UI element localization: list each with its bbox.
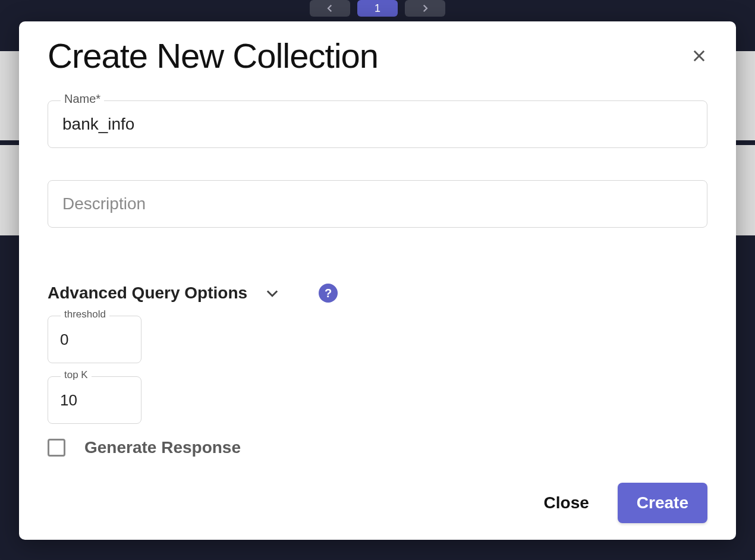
question-mark-icon: ? [325,287,332,300]
help-button[interactable]: ? [319,284,338,303]
name-field-label: Name* [61,92,104,106]
pagination-row: 1 [0,0,755,19]
advanced-options-label: Advanced Query Options [48,284,247,303]
threshold-input[interactable] [48,316,141,363]
close-button[interactable] [691,48,707,67]
pagination-prev[interactable] [310,0,350,17]
advanced-options-toggle[interactable]: Advanced Query Options ? [48,284,707,303]
threshold-field-wrapper: threshold [48,316,141,363]
create-collection-dialog: Create New Collection Name* Advanced Que… [19,21,736,540]
generate-response-label: Generate Response [84,438,241,457]
create-button[interactable]: Create [618,483,707,523]
description-input[interactable] [48,180,707,228]
advanced-options-chevron [264,285,281,301]
pagination-next[interactable] [405,0,445,17]
description-field-wrapper [48,180,707,228]
topk-input[interactable] [48,376,141,424]
pagination-page-label: 1 [375,2,380,15]
topk-label: top K [61,369,92,381]
name-input[interactable] [48,100,707,148]
topk-field-wrapper: top K [48,376,141,424]
dialog-header: Create New Collection [48,36,707,75]
chevron-down-icon [264,285,281,301]
pagination-page-current[interactable]: 1 [357,0,398,17]
threshold-label: threshold [61,309,109,320]
generate-response-row: Generate Response [48,438,707,457]
chevron-left-icon [325,3,335,14]
close-footer-button[interactable]: Close [533,486,600,520]
dialog-title: Create New Collection [48,36,378,75]
close-icon [691,48,707,64]
chevron-right-icon [420,3,430,14]
name-field-wrapper: Name* [48,100,707,148]
generate-response-checkbox[interactable] [48,439,65,457]
dialog-footer: Close Create [48,471,707,523]
